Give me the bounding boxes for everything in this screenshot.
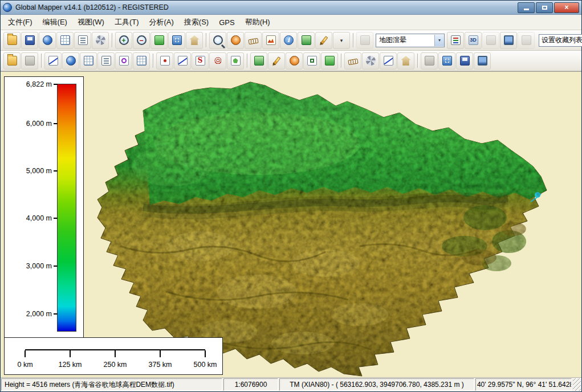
- terrain-map[interactable]: [86, 75, 549, 377]
- combine-features-button[interactable]: [321, 52, 338, 70]
- zoom-out-button[interactable]: [133, 32, 150, 49]
- options-button[interactable]: [92, 32, 109, 49]
- more-tools-button[interactable]: ▾: [333, 32, 350, 49]
- minimize-button[interactable]: [518, 2, 535, 13]
- menu-tools[interactable]: 工具(T): [109, 15, 144, 30]
- save-workspace-button[interactable]: [21, 32, 38, 49]
- resize-grip[interactable]: [573, 378, 581, 391]
- open-file-button[interactable]: [3, 32, 21, 49]
- scale-label: 250 km: [104, 361, 127, 369]
- zoom-selection-button[interactable]: [150, 32, 168, 49]
- status-projection: TM (XIAN80) - ( 563162.903, 3949706.780,…: [279, 378, 474, 391]
- overlay-center-button[interactable]: [56, 32, 74, 49]
- maximize-button[interactable]: [536, 2, 553, 13]
- image-swipe-button[interactable]: [482, 32, 499, 49]
- clear-layers-button[interactable]: [21, 52, 38, 70]
- undo-edit-button[interactable]: [438, 52, 455, 70]
- info-icon: [284, 35, 294, 45]
- create-area-button[interactable]: [227, 52, 244, 70]
- dual-view-button[interactable]: [500, 32, 517, 49]
- title-bar[interactable]: Global Mapper v14.1 (b120512) - REGISTER…: [1, 1, 581, 15]
- menu-file[interactable]: 文件(F): [3, 15, 38, 30]
- redo-edit-button[interactable]: [474, 52, 491, 70]
- profile-chart-icon: [266, 35, 276, 45]
- online-sources-button[interactable]: [62, 52, 79, 70]
- paint-terrain-icon: [401, 56, 411, 66]
- menu-bar: 文件(F) 编辑(E) 视图(W) 工具(T) 分析(A) 搜索(S) GPS …: [1, 15, 581, 30]
- undo-icon: [442, 56, 452, 66]
- map-layout-icon: [78, 35, 88, 45]
- load-project-button[interactable]: [3, 52, 21, 70]
- save-icon: [25, 35, 35, 45]
- stream-digitize-button[interactable]: [44, 52, 62, 70]
- create-line-button[interactable]: [174, 52, 191, 70]
- toolbar-separator: [247, 54, 247, 68]
- scale-tick: [70, 350, 71, 357]
- crop-features-button[interactable]: [303, 52, 320, 70]
- shader-combobox[interactable]: 地图渲晕 ▾: [376, 34, 445, 47]
- path-profile-button[interactable]: [262, 32, 279, 49]
- menu-search[interactable]: 搜索(S): [179, 15, 214, 30]
- zoom-in-button[interactable]: [115, 32, 132, 49]
- create-point-icon: [160, 56, 170, 66]
- script-icon: [101, 56, 111, 66]
- full-extent-icon: [172, 35, 182, 45]
- full-extent-button[interactable]: [168, 32, 185, 49]
- raster-grid-icon: [137, 56, 146, 66]
- combo-chevron-icon[interactable]: ▾: [434, 35, 444, 46]
- cut-tool-button[interactable]: [362, 52, 379, 70]
- digitizer-button[interactable]: [315, 32, 332, 49]
- digitizer-toolbar: S: [1, 51, 581, 71]
- 3d-view-button[interactable]: 3D: [465, 32, 482, 49]
- export-data-button[interactable]: [456, 52, 473, 70]
- elevation-gradient-bar: [57, 84, 76, 332]
- legend-label: 6,822 m: [26, 80, 52, 88]
- favorites-input[interactable]: [539, 34, 582, 47]
- create-spline-button[interactable]: S: [192, 52, 209, 70]
- edit-feature-button[interactable]: [268, 52, 285, 70]
- pie-analysis-button[interactable]: [115, 52, 132, 70]
- erase-tool-button[interactable]: [421, 52, 438, 70]
- raster-grid-button[interactable]: [133, 52, 150, 70]
- menu-gps[interactable]: GPS: [214, 16, 239, 29]
- download-online-button[interactable]: [39, 32, 56, 49]
- pan-tool-button[interactable]: [227, 32, 244, 49]
- feature-info-button[interactable]: [280, 32, 297, 49]
- overlay-control-button[interactable]: [447, 32, 464, 49]
- zoom-in-icon: [119, 35, 129, 45]
- redo-icon: [478, 56, 487, 66]
- measure-tool-button[interactable]: [245, 32, 262, 49]
- sync-views-button[interactable]: [518, 32, 535, 49]
- status-position: 35° 40' 29.9575" N, 96° 41' 51.6428" E: [475, 378, 572, 391]
- select-features-button[interactable]: [250, 52, 267, 70]
- legend-tick: [54, 123, 58, 124]
- map-canvas[interactable]: 6,822 m 6,000 m 5,000 m 4,000 m 3,000 m …: [1, 71, 581, 377]
- create-point-button[interactable]: [156, 52, 173, 70]
- home-view-icon: [190, 35, 200, 45]
- scale-label: 125 km: [59, 361, 82, 369]
- stream-digitize-icon: [48, 56, 58, 66]
- menu-edit[interactable]: 编辑(E): [38, 15, 72, 30]
- menu-analysis[interactable]: 分析(A): [144, 15, 179, 30]
- zoom-tool-button[interactable]: [209, 32, 226, 49]
- move-feature-button[interactable]: [286, 52, 303, 70]
- select-tool-button[interactable]: [298, 32, 315, 49]
- measure-feature-button[interactable]: [344, 52, 361, 70]
- paint-terrain-button[interactable]: [397, 52, 414, 70]
- script-editor-button[interactable]: [97, 52, 115, 70]
- scale-label: 0 km: [17, 361, 32, 369]
- grid-setup-button[interactable]: [80, 52, 97, 70]
- legend-label: 3,000 m: [26, 262, 52, 270]
- menu-help[interactable]: 帮助(H): [240, 15, 275, 30]
- connect-lines-button[interactable]: [380, 52, 397, 70]
- map-layout-button[interactable]: [74, 32, 91, 49]
- walk-mode-button[interactable]: [356, 32, 373, 49]
- previous-view-button[interactable]: [186, 32, 203, 49]
- legend-tick: [54, 218, 58, 219]
- menu-view[interactable]: 视图(W): [72, 15, 109, 30]
- range-rings-button[interactable]: [209, 52, 226, 70]
- toolbar-separator: [353, 33, 353, 47]
- close-button[interactable]: ×: [554, 2, 579, 13]
- export-icon: [460, 56, 470, 66]
- create-line-icon: [178, 56, 188, 66]
